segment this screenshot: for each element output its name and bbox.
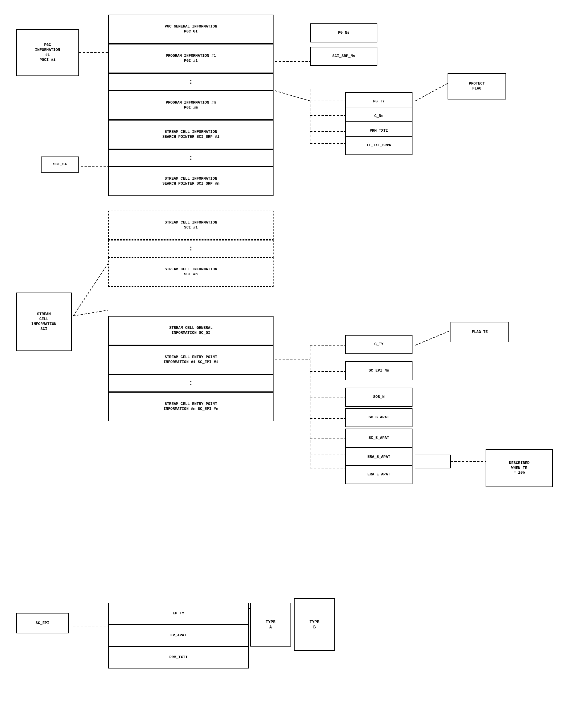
svg-line-6 [275,91,310,101]
sob-n-box: SOB_N [345,388,413,407]
sci-sa-box: SCI_SA [41,157,79,173]
flag-te-box: FLAG TE [450,322,509,342]
sc-s-apat-box: SC_S_APAT [345,408,413,427]
svg-line-22 [415,331,450,345]
sci-1-box: STREAM CELL INFORMATIONSCI #1 [108,211,274,240]
svg-line-3 [73,310,108,316]
protect-flag-box: PROTECT FLAG [447,73,506,100]
sc-gi-box: STREAM CELL GENERALINFORMATION SC_GI [108,316,274,345]
pg-ns-box: PG_Ns [310,23,377,42]
ep-apat-box: EP_APAT [108,625,249,647]
pgi-m-box: PROGRAM INFORMATION #mPGI #m [108,91,274,120]
sci-n-box: STREAM CELL INFORMATIONSCI #n [108,257,274,287]
described-box: DESCRIBED WHEN TE = 10b [486,449,553,487]
sc-epi-1-box: STREAM CELL ENTRY POINTINFORMATION #1 SC… [108,345,274,374]
dots-4: : [108,374,274,392]
ep-ty-box: EP_TY [108,603,249,625]
sc-epi-label-box: SC_EPI [16,613,69,633]
stream-cell-info-box: STREAM CELL INFORMATION SCI [16,293,72,351]
pgi-1-box: PROGRAM INFORMATION #1PGI #1 [108,44,274,73]
dots-3: : [108,240,274,257]
type-a-box: TYPE A [250,603,291,647]
sc-e-apat-box: SC_E_APAT [345,429,413,448]
era-e-apat-box: ERA_E_APAT [345,465,413,484]
pgc-info-box: PGC INFORMATION #i PGCI #i [16,29,79,76]
c-ty-box: C_TY [345,335,413,354]
sc-epi-ns-box: SC_EPI_Ns [345,361,413,380]
era-s-apat-box: ERA_S_APAT [345,448,413,466]
sci-srp-n-box: STREAM CELL INFORMATIONSEARCH POINTER SC… [108,167,274,196]
pgc-general-box: PGC GENERAL INFORMATIONPGC_GI [108,15,274,44]
dots-2: : [108,149,274,167]
prm-txti-bot-box: PRM_TXTI [108,647,249,668]
svg-line-12 [415,83,447,101]
svg-line-2 [73,263,108,316]
diagram: PGC INFORMATION #i PGCI #i PGC GENERAL I… [0,0,588,727]
dots-1: : [108,73,274,91]
sc-epi-n-box: STREAM CELL ENTRY POINTINFORMATION #n SC… [108,392,274,421]
sci-srp-ns-box: SCI_SRP_Ns [310,47,377,66]
sci-srp-1-box: STREAM CELL INFORMATIONSEARCH POINTER SC… [108,120,274,149]
type-b-box: TYPE B [294,598,335,651]
it-txt-srpn-box: IT_TXT_SRPN [345,136,413,155]
